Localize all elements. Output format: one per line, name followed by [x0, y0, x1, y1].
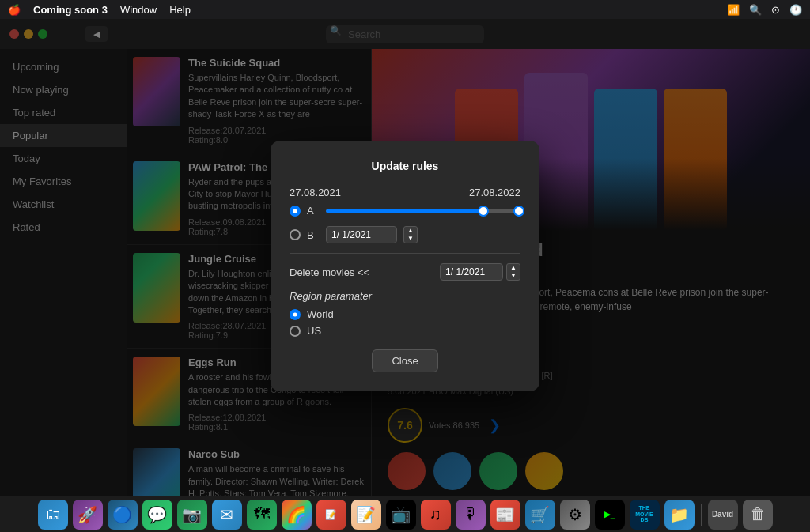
radio-world[interactable] — [290, 309, 301, 320]
stepper-up[interactable]: ▲ — [404, 227, 417, 235]
date-range-row: 27.08.2021 27.08.2022 — [290, 187, 520, 198]
dock-item-user[interactable]: David — [708, 500, 738, 530]
dock-item-music[interactable]: ♫ — [421, 500, 451, 530]
time-icon: 🕐 — [789, 4, 802, 16]
dock-item-news[interactable]: 📰 — [490, 500, 520, 530]
dock-separator — [701, 504, 702, 526]
delete-stepper[interactable]: ▲ ▼ — [506, 263, 520, 281]
dock-item-settings[interactable]: ⚙ — [560, 500, 590, 530]
modal-close-button[interactable]: Close — [372, 349, 437, 372]
dock-item-mail[interactable]: ✉ — [212, 500, 242, 530]
menubar: 🍎 Coming soon 3 Window Help 📶 🔍 ⊙ 🕐 — [0, 0, 810, 19]
control-icon[interactable]: ⊙ — [771, 4, 780, 16]
dock: 🗂 🚀 🔵 💬 📷 ✉ 🗺 🌈 📝 📝 📺 ♫ 🎙 📰 🛒 ⚙ ▶_ THEMO… — [0, 496, 810, 532]
radio-b[interactable] — [290, 229, 301, 240]
slider-a-fill — [326, 209, 482, 213]
slider-a-thumb-right[interactable] — [513, 206, 524, 217]
menu-help[interactable]: Help — [169, 4, 191, 16]
dock-item-messages[interactable]: 💬 — [142, 500, 172, 530]
date-end: 27.08.2022 — [469, 187, 520, 198]
menu-window[interactable]: Window — [120, 4, 157, 16]
slider-row-a: A — [290, 205, 520, 217]
dock-item-appstore[interactable]: 🛒 — [525, 500, 555, 530]
wifi-icon: 📶 — [727, 4, 740, 16]
dock-item-appletv[interactable]: 📺 — [386, 500, 416, 530]
date-start: 27.08.2021 — [290, 187, 341, 198]
dock-item-facetime[interactable]: 📷 — [177, 500, 207, 530]
slider-a-label: A — [307, 205, 320, 217]
svg-point-0 — [293, 209, 297, 213]
dock-item-calendar[interactable]: 📝 — [316, 500, 346, 530]
slider-a-track[interactable] — [326, 209, 520, 213]
region-world-label: World — [307, 308, 334, 320]
dock-item-finder[interactable]: 🗂 — [38, 500, 68, 530]
region-title: Region paramater — [290, 290, 520, 302]
app-name: Coming soon 3 — [33, 4, 108, 16]
dock-item-photos[interactable]: 🌈 — [282, 500, 312, 530]
slider-b-date-input[interactable] — [326, 226, 397, 243]
dock-item-notes[interactable]: 📝 — [351, 500, 381, 530]
dock-item-terminal[interactable]: ▶_ — [595, 500, 625, 530]
radio-us[interactable] — [290, 326, 301, 337]
dock-item-trash[interactable]: 🗑 — [743, 500, 773, 530]
modal-overlay: Update rules 27.08.2021 27.08.2022 A B ▲ — [0, 0, 810, 532]
dock-item-launchpad[interactable]: 🚀 — [73, 500, 103, 530]
update-rules-modal: Update rules 27.08.2021 27.08.2022 A B ▲ — [271, 141, 539, 391]
modal-title: Update rules — [290, 160, 520, 172]
apple-menu[interactable]: 🍎 — [8, 4, 21, 16]
search-icon-menu[interactable]: 🔍 — [749, 4, 762, 16]
delete-stepper-up[interactable]: ▲ — [507, 264, 520, 272]
slider-row-b: B ▲ ▼ — [290, 226, 520, 243]
delete-stepper-down[interactable]: ▼ — [507, 272, 520, 280]
dock-item-maps[interactable]: 🗺 — [247, 500, 277, 530]
delete-row: Delete movies << ▲ ▼ — [290, 263, 520, 281]
dock-item-store[interactable]: 🔵 — [108, 500, 138, 530]
delete-date-input[interactable] — [440, 263, 503, 281]
delete-label: Delete movies << — [290, 266, 369, 278]
slider-b-label: B — [307, 229, 320, 241]
stepper-down[interactable]: ▼ — [404, 235, 417, 243]
dock-item-podcasts[interactable]: 🎙 — [456, 500, 486, 530]
radio-a[interactable] — [290, 206, 301, 217]
dock-item-tmdb[interactable]: THEMOVIEDB — [630, 500, 660, 530]
region-us-label: US — [307, 325, 321, 337]
region-option-us[interactable]: US — [290, 325, 520, 337]
region-option-world[interactable]: World — [290, 308, 520, 320]
dock-item-finder2[interactable]: 📁 — [664, 500, 695, 530]
divider — [290, 253, 520, 254]
region-section: Region paramater World US — [290, 290, 520, 337]
slider-b-stepper[interactable]: ▲ ▼ — [403, 226, 418, 243]
slider-a-thumb-left[interactable] — [478, 206, 489, 217]
svg-point-1 — [293, 312, 297, 316]
